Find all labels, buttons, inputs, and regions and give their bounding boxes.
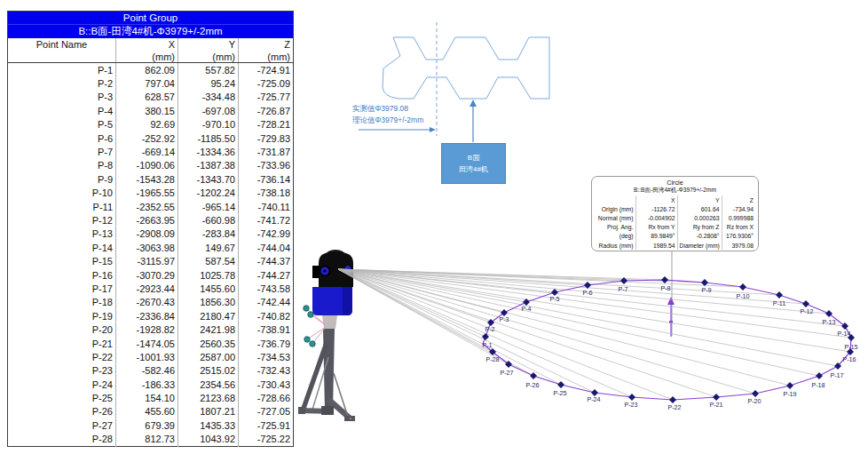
target-link [307,327,326,339]
coord-cell: -725.91 [239,418,294,432]
table-row[interactable]: P-17-2923.441455.60-743.58 [8,282,294,295]
point-name-cell: P-6 [8,131,116,145]
circle-result-table[interactable]: Circle B::B面-田湾4#机-Φ3979+/-2mm XYZOrigin… [591,176,759,251]
coord-cell: -2908.09 [116,227,178,241]
table-row[interactable]: P-18-2670.431856.30-742.44 [8,296,294,309]
coord-cell: -725.22 [239,433,294,447]
tripod-foot-left [298,407,305,414]
table-row[interactable]: P-2797.0495.24-725.09 [8,76,294,90]
table-row[interactable]: P-4380.15-697.08-726.87 [8,104,294,117]
point-marker-p-26[interactable] [530,372,537,379]
point-marker-p-12[interactable] [802,300,809,307]
unit-x: (mm) [116,51,178,63]
table-row[interactable]: P-14-3063.98149.67-744.04 [8,241,294,254]
table-row[interactable]: P-7-669.14-1334.36-731.87 [8,145,294,158]
point-name-cell: P-21 [8,337,116,350]
point-marker-p-11[interactable] [776,291,783,299]
point-marker-p-20[interactable] [752,390,759,397]
label-arrow-head [470,100,477,107]
point-marker-p-21[interactable] [713,394,720,401]
circle-table-cell: 1989.54 [635,241,677,250]
table-row[interactable]: P-8-1090.06-1387.38-733.96 [8,159,294,172]
coord-cell: -1474.05 [116,337,178,350]
table-row[interactable]: P-24-186.332354.56-730.43 [8,378,294,391]
table-title-row: Point Group [8,12,294,25]
coord-cell: -1185.50 [178,131,239,145]
col-header-y: Y [178,38,239,51]
table-row[interactable]: P-3628.57-334.48-725.77 [8,91,294,104]
table-row[interactable]: P-6-252.92-1185.50-729.83 [8,131,294,145]
table-row[interactable]: P-592.69-970.10-728.21 [8,118,294,131]
coord-cell: -1202.24 [178,187,239,200]
table-row[interactable]: P-19-2336.842180.47-740.82 [8,309,294,323]
coord-cell: -2336.84 [116,309,178,323]
coord-cell: -1543.28 [116,172,178,186]
circle-table-row: Proj. Ang.Rx from YRy from ZRz from X [595,223,755,232]
point-marker-p-23[interactable] [628,394,635,401]
circle-table-cell: 0.999988 [722,213,755,222]
table-row[interactable]: P-12-2663.95-660.98-741.72 [8,213,294,227]
table-row[interactable]: P-10-1965.55-1202.24-738.18 [8,187,294,200]
point-marker-p-18[interactable] [816,372,823,379]
measurement-ray [338,269,790,386]
coord-cell: 862.09 [116,63,178,77]
table-row[interactable]: P-11-2352.55-965.14-740.11 [8,200,294,213]
smr-target [310,341,315,346]
col-header-point-name: Point Name [8,38,116,51]
point-label: P-6 [582,289,592,297]
coord-cell: -743.58 [239,282,294,295]
table-row[interactable]: P-25154.102123.68-728.66 [8,391,294,404]
point-label: P-10 [736,292,749,300]
table-row[interactable]: P-21-1474.052560.35-736.79 [8,337,294,350]
table-row[interactable]: P-27679.391435.33-725.91 [8,418,294,432]
point-marker-p-8[interactable] [661,276,668,283]
table-row[interactable]: P-1862.09557.82-724.91 [8,63,294,77]
point-label: P-14 [837,330,850,338]
point-table-body: P-1862.09557.82-724.91P-2797.0495.24-725… [8,63,294,447]
coord-cell: -970.10 [178,118,239,131]
coord-cell: 2560.35 [178,337,239,350]
coord-cell: -1334.36 [178,145,239,158]
part-label-box[interactable]: B面 田湾4#机 [441,143,506,184]
point-name-cell: P-24 [8,378,116,391]
table-row[interactable]: P-26455.601807.21-727.05 [8,405,294,418]
point-name-cell: P-18 [8,296,116,309]
circle-subtitle: B::B面-田湾4#机-Φ3979+/-2mm [592,187,758,195]
metrology-app-canvas: P-1P-2P-3P-4P-5P-6P-7P-8P-9P-10P-11P-12P… [0,0,868,462]
point-marker-p-25[interactable] [557,381,564,388]
table-subtitle: B::B面-田湾4#机-Φ3979+/-2mm [8,25,294,39]
circle-table-cell: -0.004902 [635,213,677,222]
tripod-base-hub [321,406,334,415]
coord-cell: -2352.55 [116,200,178,213]
table-row[interactable]: P-28812.731043.92-725.22 [8,433,294,447]
table-row[interactable]: P-22-1001.932587.00-734.53 [8,350,294,363]
table-row[interactable]: P-16-3070.291025.78-744.27 [8,268,294,282]
coord-cell: -1090.06 [116,159,178,172]
coord-cell: 92.69 [116,118,178,131]
coord-cell: -740.82 [239,309,294,323]
table-row[interactable]: P-15-3115.97587.54-744.37 [8,254,294,267]
tracker-side-box [312,266,320,278]
circle-table-cell: 176.9306° [722,232,755,241]
circle-table-cell [595,195,635,204]
coord-cell: -742.44 [239,296,294,309]
table-row[interactable]: P-13-2908.09-283.84-742.99 [8,227,294,241]
coord-cell: -3070.29 [116,268,178,282]
point-label: P-7 [618,285,627,293]
table-row[interactable]: P-23-582.462515.02-732.43 [8,364,294,378]
coord-cell: -738.91 [239,323,294,336]
point-label: P-17 [830,371,843,379]
coord-cell: 95.24 [178,76,239,90]
point-label: P-9 [701,286,711,294]
coord-cell: 812.73 [116,433,178,447]
coord-cell: -726.87 [239,104,294,117]
circle-table-cell: 89.9849° [635,232,677,241]
point-marker-p-19[interactable] [786,382,793,389]
laser-tracker[interactable] [298,250,355,421]
table-row[interactable]: P-20-1928.822421.98-738.91 [8,323,294,336]
column-header-row: Point Name X Y Z [8,38,294,51]
point-marker-p-10[interactable] [739,283,746,291]
coord-cell: 2587.00 [178,350,239,363]
table-row[interactable]: P-9-1543.28-1343.70-736.14 [8,172,294,186]
point-marker-p-22[interactable] [669,396,676,403]
